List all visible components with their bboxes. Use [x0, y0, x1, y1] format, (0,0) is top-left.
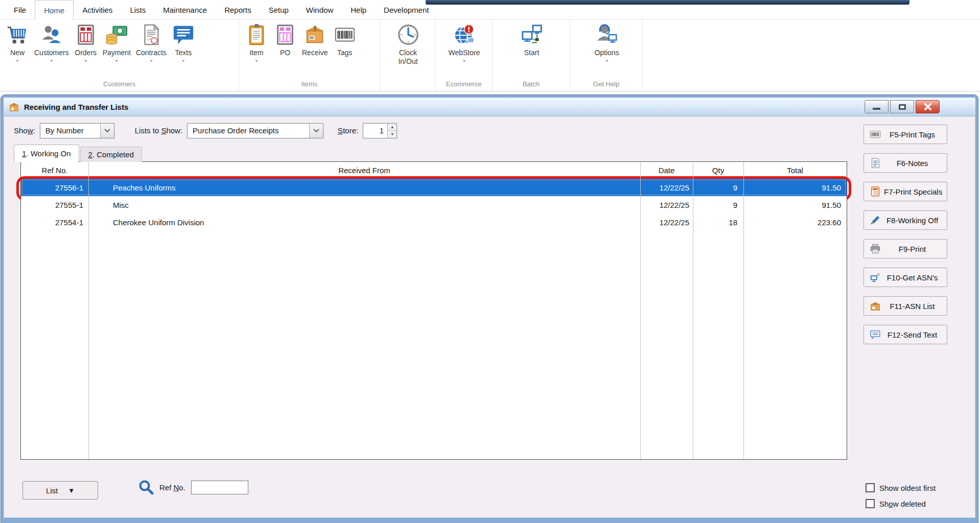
cart-icon — [6, 23, 29, 46]
ref-no-input[interactable] — [191, 481, 248, 494]
f12-send-text-button[interactable]: F12-Send Text — [864, 325, 947, 344]
spinner-up-button[interactable]: ▲ — [388, 124, 396, 131]
table-row[interactable]: 27554-1 Cherokee Uniform Division 12/22/… — [21, 213, 847, 231]
menu-window[interactable]: Window — [297, 0, 342, 19]
po-button[interactable]: PO — [271, 23, 299, 64]
f8-working-off-button[interactable]: F8-Working Off — [864, 210, 947, 230]
maximize-button[interactable] — [890, 100, 914, 113]
webstore-button[interactable]: WebStore ▾ — [446, 23, 483, 64]
window-titlebar[interactable]: Receiving and Transfer Lists — [4, 98, 975, 116]
clock-in-out-button[interactable]: Clock In/Out — [394, 23, 423, 73]
menu-file[interactable]: File — [5, 0, 35, 19]
start-button[interactable]: Start — [518, 23, 546, 64]
maximize-icon — [899, 104, 906, 110]
ribbon-toolbar: New ▾ Customers ▾ Orders ▾ Payment ▾ — [0, 19, 980, 91]
receive-button[interactable]: Receive — [299, 23, 331, 64]
contracts-button[interactable]: Contracts ▾ — [133, 23, 169, 64]
show-oldest-first-checkbox[interactable]: Show oldest first — [866, 483, 936, 492]
menu-activities[interactable]: Activities — [74, 0, 121, 19]
minimize-button[interactable] — [865, 100, 889, 113]
webstore-label: WebStore — [449, 49, 480, 57]
spinner-down-button[interactable]: ▼ — [388, 131, 396, 138]
texts-icon — [172, 23, 195, 46]
ref-no-search: Ref No. — [138, 479, 248, 495]
minimize-icon — [873, 108, 880, 110]
orders-button[interactable]: Orders ▾ — [72, 23, 100, 64]
tags-button[interactable]: Tags — [331, 23, 359, 64]
orders-label: Orders — [75, 49, 97, 57]
options-label: Options — [594, 49, 619, 57]
texts-button[interactable]: Texts ▾ — [169, 23, 198, 64]
po-icon — [273, 23, 297, 46]
menu-setup[interactable]: Setup — [260, 0, 297, 19]
header-qty[interactable]: Qty — [693, 166, 743, 175]
list-menu-label: List — [46, 486, 58, 495]
ribbon-group-customers: New ▾ Customers ▾ Orders ▾ Payment ▾ — [0, 20, 239, 91]
header-ref-no[interactable]: Ref No. — [21, 166, 88, 175]
payment-icon — [105, 23, 128, 46]
ref-no-cell: 27554-1 — [21, 218, 88, 227]
header-date[interactable]: Date — [640, 166, 693, 175]
table-header: Ref No. Received From Date Qty Total — [21, 162, 847, 179]
menu-reports[interactable]: Reports — [216, 0, 260, 19]
tab-completed[interactable]: 2. Completed — [80, 147, 142, 162]
f11-asn-list-button[interactable]: F11-ASN List — [864, 296, 947, 316]
show-deleted-checkbox[interactable]: Show deleted — [866, 499, 936, 508]
store-value: 1 — [363, 124, 387, 138]
lists-to-show-select[interactable]: Purchase Order Receipts — [187, 123, 323, 138]
show-select[interactable]: By Number — [40, 123, 114, 138]
total-cell: 91.50 — [743, 183, 847, 192]
received-from-cell: Misc — [88, 201, 640, 209]
chevron-down-icon — [309, 124, 323, 138]
checkbox-icon — [866, 499, 875, 508]
header-received-from[interactable]: Received From — [88, 166, 640, 175]
header-total[interactable]: Total — [743, 166, 847, 175]
new-label: New — [10, 49, 25, 57]
contracts-label: Contracts — [136, 49, 167, 57]
f10-label: F10-Get ASN's — [884, 273, 947, 282]
menu-home[interactable]: Home — [35, 0, 74, 20]
f7-print-specials-button[interactable]: F7-Print Specials — [864, 182, 947, 201]
f8-label: F8-Working Off — [884, 216, 947, 225]
chevron-down-icon: ▾ — [605, 58, 608, 64]
ribbon-group-label-customers: Customers — [0, 79, 239, 91]
f10-get-asns-button[interactable]: F10-Get ASN's — [864, 268, 947, 287]
table-row[interactable]: 27556-1 Peaches Uniforms 12/22/25 9 91.5… — [21, 179, 847, 196]
list-menu-button[interactable]: List ▼ — [22, 481, 98, 500]
column-divider — [640, 162, 641, 459]
checkbox-icon — [866, 483, 875, 492]
chevron-down-icon: ▾ — [51, 58, 53, 64]
ref-no-label: Ref No. — [159, 483, 185, 492]
payment-label: Payment — [103, 49, 131, 57]
options-button[interactable]: Options ▾ — [592, 23, 621, 64]
menu-help[interactable]: Help — [342, 0, 375, 19]
close-button[interactable] — [916, 100, 940, 113]
receive-label: Receive — [302, 49, 328, 57]
qty-cell: 18 — [693, 218, 743, 227]
table-row[interactable]: 27555-1 Misc 12/22/25 9 91.50 — [21, 196, 847, 213]
tab-working-on[interactable]: 1. Working On — [14, 145, 79, 162]
support-agent-icon — [595, 23, 619, 46]
payment-button[interactable]: Payment ▾ — [100, 23, 133, 64]
menu-development[interactable]: Development — [375, 0, 437, 19]
menu-maintenance[interactable]: Maintenance — [154, 0, 216, 19]
f6-notes-button[interactable]: F6-Notes — [864, 153, 947, 173]
chevron-down-icon: ▾ — [150, 58, 153, 64]
ribbon-group-label-ecommerce: Ecommerce — [435, 79, 492, 91]
pencil-icon — [870, 215, 881, 226]
po-label: PO — [280, 49, 290, 57]
f9-print-button[interactable]: F9-Print — [864, 239, 947, 258]
customers-icon — [40, 23, 63, 46]
filter-controls: Show: By Number Lists to Show: Purchase … — [14, 123, 397, 138]
chevron-down-icon: ▾ — [84, 58, 87, 64]
store-spinner[interactable]: 1 ▲ ▼ — [363, 123, 397, 138]
customers-button[interactable]: Customers ▾ — [32, 23, 72, 64]
total-cell: 223.60 — [743, 218, 847, 227]
menu-lists[interactable]: Lists — [121, 0, 154, 19]
item-button[interactable]: Item ▾ — [242, 23, 271, 64]
contracts-icon — [139, 23, 163, 46]
item-clipboard-icon — [245, 23, 268, 46]
new-button[interactable]: New ▾ — [3, 23, 32, 64]
ribbon-group-label-get-help: Get Help — [570, 79, 642, 91]
f5-print-tags-button[interactable]: F5-Print Tags — [864, 125, 947, 144]
